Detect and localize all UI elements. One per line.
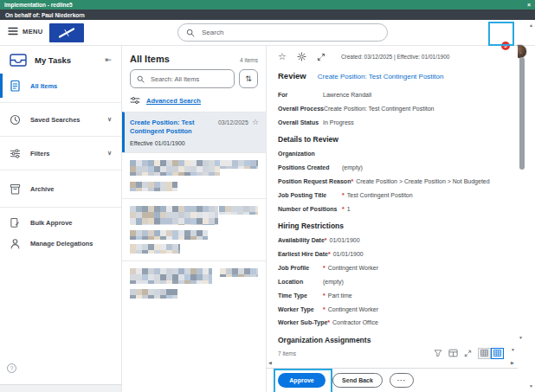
redacted-date [220,268,258,277]
favorite-star-icon[interactable]: ☆ [278,52,287,61]
scroll-down-icon[interactable]: ▼ [519,336,523,340]
close-icon[interactable]: × [527,2,531,8]
sidebar-item-all-items[interactable]: All Items [0,74,121,98]
scroll-up-icon[interactable]: ▲ [519,50,523,55]
field-label: For [278,92,323,99]
task-date: 03/12/2025 [218,119,248,125]
redacted-date [219,206,258,215]
list-item-selected[interactable]: Create Position: Test Contingent Postito… [122,112,266,152]
window-scroll-down-icon[interactable]: ▼ [529,384,533,389]
help-icon[interactable]: ? [7,363,16,373]
required-marker: * [351,178,353,185]
section-heading: Details to Review [278,135,504,144]
person-icon [10,238,21,249]
grid-view-toggle [478,348,504,359]
search-icon [186,29,195,37]
list-item-count: 4 items [240,57,258,63]
collapse-panel-icon[interactable]: ⇤ [105,55,112,64]
divider [0,170,121,170]
hamburger-icon [8,27,18,35]
approve-button[interactable]: Approve [278,373,326,388]
field-value: Test Contingent Postiton [347,192,413,199]
field-value: (empty) [323,279,344,286]
sidebar-item-label: All Items [30,82,57,90]
filter-funnel-icon[interactable] [434,349,442,357]
required-marker: * [323,306,326,313]
sidebar-item-archive[interactable]: Archive [0,175,121,202]
field-value: Part time [328,292,352,299]
section-heading: Hiring Restrictions [278,222,504,230]
list-panel-title: All Items [130,54,170,64]
sidebar-item-filters[interactable]: Filters ∨ [0,141,121,165]
chevron-down-icon: ∨ [107,150,112,157]
task-detail-panel: ☆ Created: 03/12/2025 | Effective: 01/01… [267,46,518,368]
task-title[interactable]: Create Position: Test Contingent Postito… [130,119,218,136]
field-value: Contingent Worker [328,265,378,272]
required-marker: * [342,192,345,199]
more-actions-button[interactable]: ··· [390,373,414,388]
app-header: MENU 3 [0,20,535,46]
list-item-redacted[interactable] [122,260,266,305]
field-label: Job Profile [278,265,323,272]
field-value: Contingent Worker [328,306,378,313]
required-marker: * [323,265,326,272]
panel-scroll-down-icon[interactable]: ▼ [511,348,515,352]
compact-grid-view-button[interactable] [478,348,491,359]
required-marker: * [323,292,326,299]
inbox-badge: 3 [501,42,510,50]
advanced-search-link[interactable]: Advanced Search [146,97,201,105]
field-label: Overall Process [278,106,324,112]
redacted-date [220,160,258,169]
sliders-icon [10,148,21,159]
global-search-input[interactable] [200,28,379,37]
field-value: Create Position: Test Contingent Postito… [324,106,435,112]
field-value: In Progress [323,119,354,126]
gear-icon[interactable] [297,52,306,61]
expand-grid-icon[interactable] [464,350,472,357]
company-logo[interactable] [49,23,84,42]
window-scroll-up-icon[interactable]: ▲ [529,23,533,28]
required-marker: * [327,319,330,326]
sidebar-item-bulk-approve[interactable]: Bulk Approve [0,212,121,233]
field-value: 01/01/1900 [333,251,364,258]
menu-button[interactable]: MENU [8,27,43,35]
divider [0,207,121,208]
clipboard-icon [10,80,21,92]
hscroll-right-icon[interactable]: ▶ [511,361,514,365]
sidebar-item-label: Saved Searches [30,116,81,124]
sidebar-item-label: Manage Delegations [30,240,93,247]
send-back-button[interactable]: Send Back [332,373,383,388]
expand-icon[interactable] [317,53,326,61]
field-value: Contractor Office [332,319,378,326]
task-action-bar: Approve Send Back ··· [267,368,518,392]
list-search-field[interactable] [130,69,235,88]
field-label: Time Type [278,292,323,299]
expanded-grid-view-button[interactable] [491,348,504,359]
my-tasks-tray-icon [10,54,27,67]
advanced-search-sliders-icon [130,96,140,105]
field-label: Worker Type [278,306,323,313]
menu-label: MENU [23,28,43,35]
on-behalf-text: On behalf of: Paul Niederkorn [5,12,85,18]
list-search-input[interactable] [149,74,228,84]
logo-needle-icon [57,27,76,39]
sidebar-item-saved-searches[interactable]: Saved Searches ∨ [0,107,121,132]
field-value: Lawrence Randall [323,92,371,99]
table-columns-icon[interactable] [448,349,458,357]
redacted-text [130,289,177,299]
sidebar-item-label: Filters [30,150,50,157]
sidebar-title: My Tasks [35,55,97,65]
list-item-redacted[interactable] [122,152,266,198]
field-value: (empty) [342,164,363,171]
hscroll-left-icon[interactable]: ◀ [268,361,272,365]
created-effective-line: Created: 03/12/2025 | Effective: 01/01/1… [341,54,450,60]
sort-button[interactable]: ⇅ [239,69,258,88]
global-search[interactable] [177,23,388,42]
field-label: Number of Positions [278,206,342,213]
grid-item-count: 7 items [278,350,296,357]
review-title-link[interactable]: Create Position: Test Contingent Postito… [318,73,444,80]
sidebar-item-manage-delegations[interactable]: Manage Delegations [0,233,121,254]
scrollbar-thumb[interactable] [519,57,525,170]
list-item-redacted[interactable] [122,198,266,260]
favorite-star-icon[interactable]: ☆ [252,119,259,126]
